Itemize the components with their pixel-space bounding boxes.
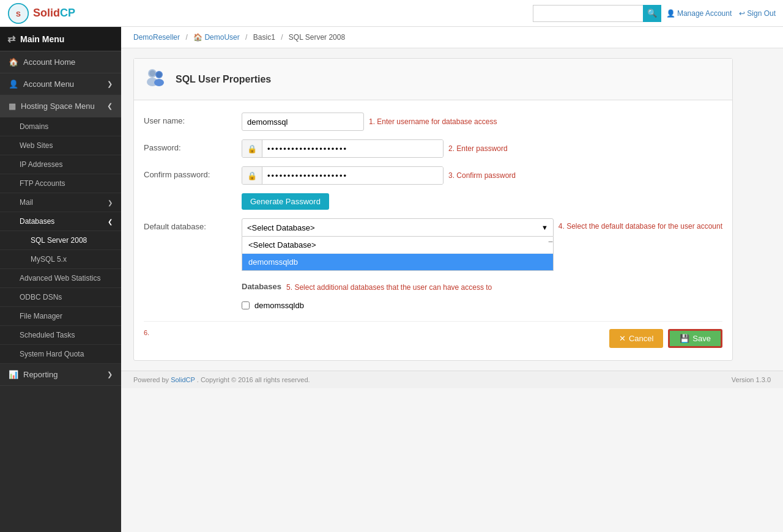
search-input[interactable] (533, 5, 643, 22)
topbar-right: 🔍 👤 Manage Account ↩ Sign Out (533, 5, 776, 22)
sidebar-item-scheduled-tasks[interactable]: Scheduled Tasks (0, 326, 121, 345)
sidebar-item-sql-server-2008[interactable]: SQL Server 2008 (0, 231, 121, 250)
search-box: 🔍 (533, 5, 661, 22)
form-buttons: 6. ✕ Cancel 💾 Save (144, 321, 722, 348)
sidebar-item-domains[interactable]: Domains (0, 117, 121, 136)
breadcrumb: DemoReseller / 🏠 DemoUser / Basic1 / SQL… (121, 27, 783, 48)
db-label-demomssqldb: demomssqldb (254, 301, 304, 310)
dropdown-option-demomssqldb[interactable]: demomssqldb (242, 254, 553, 270)
dropdown-option-empty[interactable]: <Select Database> (242, 237, 322, 253)
sidebar-item-file-manager[interactable]: File Manager (0, 307, 121, 326)
sidebar-item-account-menu[interactable]: 👤 Account Menu ❯ (0, 73, 121, 95)
username-input[interactable] (242, 113, 364, 131)
confirm-password-control: 🔒 3. Confirm password (242, 166, 722, 185)
default-database-dropdown-trigger[interactable]: <Select Database> ▼ (242, 218, 554, 237)
chevron-right-icon-mail: ❯ (108, 199, 113, 206)
default-database-options: <Select Database> − demomssqldb (242, 237, 554, 271)
confirm-password-wrap: 🔒 (242, 166, 443, 185)
sidebar-item-hosting-space-menu[interactable]: ▦ Hosting Space Menu ❮ (0, 95, 121, 117)
sidebar-item-advanced-web-statistics[interactable]: Advanced Web Statistics (0, 269, 121, 288)
footer: Powered by SolidCP . Copyright © 2016 al… (121, 371, 783, 388)
confirm-password-row: Confirm password: 🔒 3. Confirm password (144, 166, 722, 185)
confirm-password-input[interactable] (262, 167, 443, 184)
sidebar-item-web-sites[interactable]: Web Sites (0, 136, 121, 155)
chevron-down-icon-reporting: ❯ (107, 371, 113, 379)
panel-title: SQL User Properties (176, 74, 271, 85)
logo-text: SolidCP (33, 7, 75, 20)
topbar: S SolidCP 🔍 👤 Manage Account ↩ Sign Out (0, 0, 783, 27)
main-menu-header: ⇄ Main Menu (0, 27, 121, 51)
default-database-label: Default database: (144, 218, 242, 231)
sidebar-item-odbc-dsns[interactable]: ODBC DSNs (0, 288, 121, 307)
bar-chart-icon: 📊 (9, 370, 18, 379)
signout-icon: ↩ (739, 9, 745, 18)
sidebar-item-ip-addresses[interactable]: IP Addresses (0, 155, 121, 174)
breadcrumb-sql-server: SQL Server 2008 (289, 33, 345, 42)
lock-icon-2: 🔒 (242, 167, 262, 184)
logo-icon: S (7, 2, 29, 24)
password-row: Password: 🔒 2. Enter password (144, 139, 722, 158)
search-button[interactable]: 🔍 (643, 5, 661, 22)
panel-header: SQL User Properties (134, 59, 732, 100)
dropdown-arrow-icon: ▼ (541, 224, 548, 231)
layout: ⇄ Main Menu 🏠 Account Home 👤 Account Men… (0, 27, 783, 532)
dropdown-minus-icon[interactable]: − (548, 237, 553, 253)
home-breadcrumb-icon: 🏠 (193, 33, 202, 42)
svg-point-7 (154, 79, 164, 86)
user-icon: 👤 (666, 9, 675, 18)
generate-password-button[interactable]: Generate Password (242, 193, 329, 210)
panel-icon (144, 66, 168, 92)
db-checkbox-demomssqldb[interactable] (242, 301, 250, 309)
username-control: 1. Enter username for database access (242, 113, 722, 131)
sidebar-item-mysql-5x[interactable]: MySQL 5.x (0, 250, 121, 269)
breadcrumb-basic1: Basic1 (253, 33, 275, 42)
version-text: Version 1.3.0 (732, 376, 771, 383)
password-wrap: 🔒 (242, 139, 443, 158)
databases-section: Databases 5. Select additional databases… (144, 279, 722, 312)
topbar-links: 👤 Manage Account ↩ Sign Out (666, 9, 776, 18)
logo: S SolidCP (7, 2, 75, 24)
sign-out-link[interactable]: ↩ Sign Out (739, 9, 776, 18)
grid-icon: ▦ (9, 102, 16, 111)
svg-point-6 (157, 72, 162, 78)
svg-text:S: S (16, 10, 21, 18)
home-icon: 🏠 (9, 57, 18, 67)
chevron-right-icon: ❯ (107, 80, 113, 88)
sidebar-item-ftp-accounts[interactable]: FTP Accounts (0, 174, 121, 193)
breadcrumb-demouser[interactable]: DemoUser (204, 33, 239, 42)
manage-account-link[interactable]: 👤 Manage Account (666, 9, 732, 18)
lock-icon: 🔒 (242, 140, 262, 157)
confirm-password-label: Confirm password: (144, 166, 242, 179)
footer-text: Powered by SolidCP . Copyright © 2016 al… (133, 376, 310, 383)
sidebar-item-databases[interactable]: Databases ❮ (0, 212, 121, 231)
main-menu-icon: ⇄ (7, 33, 15, 45)
sidebar-item-mail[interactable]: Mail ❯ (0, 193, 121, 212)
breadcrumb-demoreseller[interactable]: DemoReseller (133, 33, 180, 42)
confirm-password-hint: 3. Confirm password (448, 171, 516, 180)
main-content: DemoReseller / 🏠 DemoUser / Basic1 / SQL… (121, 27, 783, 532)
chevron-left-icon-db: ❮ (108, 218, 113, 225)
password-control: 🔒 2. Enter password (242, 139, 722, 158)
save-button[interactable]: 💾 Save (668, 329, 722, 348)
sidebar: ⇄ Main Menu 🏠 Account Home 👤 Account Men… (0, 27, 121, 532)
username-row: User name: 1. Enter username for databas… (144, 113, 722, 131)
cancel-icon: ✕ (619, 334, 626, 343)
databases-label: Databases (242, 279, 281, 295)
sidebar-item-reporting[interactable]: 📊 Reporting ❯ (0, 364, 121, 386)
user-circle-icon: 👤 (9, 79, 18, 89)
sidebar-item-account-home[interactable]: 🏠 Account Home (0, 51, 121, 73)
databases-hint: 5. Select additional databases that the … (286, 283, 492, 292)
page-body: SQL User Properties User name: 1. Enter … (121, 48, 783, 371)
save-icon: 💾 (680, 334, 689, 343)
dropdown-selected-value: <Select Database> (247, 223, 315, 232)
generate-password-row: Generate Password (144, 193, 722, 210)
password-label: Password: (144, 139, 242, 152)
panel-body: User name: 1. Enter username for databas… (134, 100, 732, 360)
chevron-left-icon: ❮ (107, 102, 113, 110)
password-input[interactable] (262, 140, 443, 157)
sidebar-item-system-hard-quota[interactable]: System Hard Quota (0, 345, 121, 364)
cancel-button[interactable]: ✕ Cancel (609, 329, 663, 348)
step6-label: 6. (144, 329, 149, 348)
footer-link[interactable]: SolidCP (171, 376, 195, 383)
username-label: User name: (144, 113, 242, 125)
